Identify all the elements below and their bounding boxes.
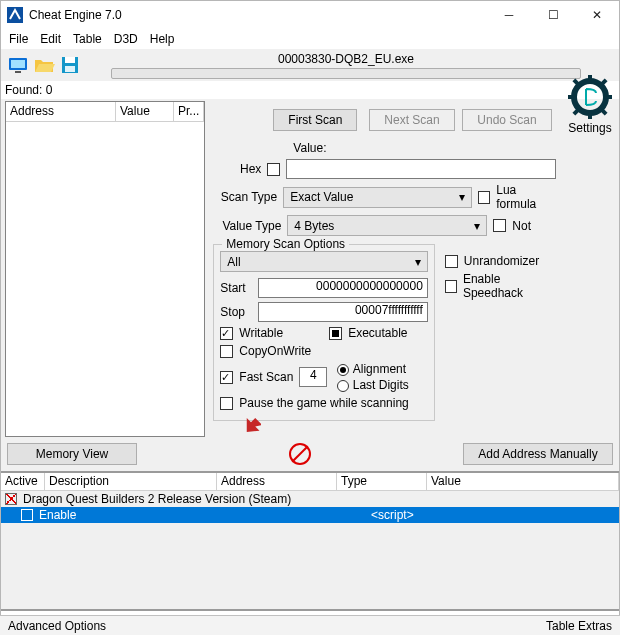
svg-rect-8 — [588, 75, 592, 83]
row-type: <script> — [371, 508, 414, 522]
app-icon — [7, 7, 23, 23]
last-digits-label: Last Digits — [353, 378, 409, 392]
window-controls: ─ ☐ ✕ — [487, 1, 619, 29]
found-count: Found: 0 — [1, 81, 619, 99]
menubar: File Edit Table D3D Help — [1, 29, 619, 49]
scan-controls: First Scan Next Scan Undo Scan Value: He… — [205, 99, 619, 439]
maximize-button[interactable]: ☐ — [531, 1, 575, 29]
pause-checkbox[interactable] — [220, 397, 233, 410]
unrandomizer-checkbox[interactable] — [445, 255, 458, 268]
scan-type-label: Scan Type — [213, 190, 277, 204]
titlebar: Cheat Engine 7.0 ─ ☐ ✕ — [1, 1, 619, 29]
select-process-icon[interactable] — [7, 54, 29, 76]
svg-marker-16 — [241, 415, 261, 435]
col-address[interactable]: Address — [217, 473, 337, 490]
svg-rect-3 — [15, 71, 21, 73]
lua-formula-checkbox[interactable] — [478, 191, 490, 204]
copyonwrite-checkbox[interactable] — [220, 345, 233, 358]
table-row[interactable]: Enable <script> — [1, 507, 619, 523]
close-button[interactable]: ✕ — [575, 1, 619, 29]
start-label: Start — [220, 281, 252, 295]
memory-view-button[interactable]: Memory View — [7, 443, 137, 465]
menu-help[interactable]: Help — [150, 32, 175, 46]
value-type-combo[interactable]: 4 Bytes ▾ — [287, 215, 487, 236]
col-type[interactable]: Type — [337, 473, 427, 490]
stop-label: Stop — [220, 305, 252, 319]
value-type-label: Value Type — [213, 219, 281, 233]
process-name: 00003830-DQB2_EU.exe — [111, 52, 581, 66]
scan-type-value: Exact Value — [290, 190, 353, 204]
window-title: Cheat Engine 7.0 — [29, 8, 487, 22]
start-input[interactable]: 0000000000000000 — [258, 278, 427, 298]
executable-label: Executable — [348, 326, 407, 340]
menu-d3d[interactable]: D3D — [114, 32, 138, 46]
not-label: Not — [512, 219, 531, 233]
col-active[interactable]: Active — [1, 473, 45, 490]
svg-rect-2 — [11, 60, 25, 68]
no-icon[interactable] — [289, 443, 311, 465]
results-col-previous[interactable]: Pr... — [174, 102, 204, 121]
executable-checkbox[interactable] — [329, 327, 342, 340]
toolbar: 00003830-DQB2_EU.exe — [1, 49, 619, 81]
last-digits-radio[interactable] — [337, 380, 349, 392]
save-icon[interactable] — [59, 54, 81, 76]
pause-label: Pause the game while scanning — [239, 396, 408, 410]
active-checkbox[interactable] — [5, 493, 17, 505]
row-description: Dragon Quest Builders 2 Release Version … — [23, 492, 291, 506]
fast-scan-label: Fast Scan — [239, 370, 293, 384]
not-checkbox[interactable] — [493, 219, 506, 232]
value-type-value: 4 Bytes — [294, 219, 334, 233]
chevron-down-icon: ▾ — [459, 190, 465, 204]
fast-scan-value[interactable]: 4 — [299, 367, 327, 387]
row-description: Enable — [39, 508, 239, 522]
cheat-table[interactable]: Active Description Address Type Value Dr… — [1, 471, 619, 611]
add-to-list-arrow-icon[interactable] — [241, 415, 261, 438]
memory-scan-group: Memory Scan Options All ▾ Start 00000000… — [213, 244, 434, 421]
fast-scan-checkbox[interactable] — [220, 371, 233, 384]
menu-table[interactable]: Table — [73, 32, 102, 46]
statusbar: Advanced Options Table Extras — [0, 615, 620, 635]
hex-label: Hex — [213, 162, 261, 176]
minimize-button[interactable]: ─ — [487, 1, 531, 29]
chevron-down-icon: ▾ — [415, 255, 421, 269]
memory-scan-legend: Memory Scan Options — [222, 237, 349, 251]
add-address-manually-button[interactable]: Add Address Manually — [463, 443, 613, 465]
table-row[interactable]: Dragon Quest Builders 2 Release Version … — [1, 491, 619, 507]
col-description[interactable]: Description — [45, 473, 217, 490]
results-col-value[interactable]: Value — [116, 102, 174, 121]
menu-file[interactable]: File — [9, 32, 28, 46]
next-scan-button: Next Scan — [369, 109, 454, 131]
first-scan-button[interactable]: First Scan — [273, 109, 357, 131]
speedhack-checkbox[interactable] — [445, 280, 457, 293]
alignment-label: Alignment — [353, 362, 406, 376]
mid-button-row: Memory View Add Address Manually — [1, 439, 619, 469]
col-value[interactable]: Value — [427, 473, 619, 490]
results-header: Address Value Pr... — [6, 102, 204, 122]
cheat-table-header: Active Description Address Type Value — [1, 473, 619, 491]
scan-type-combo[interactable]: Exact Value ▾ — [283, 187, 472, 208]
value-label: Value: — [293, 141, 326, 155]
table-extras-button[interactable]: Table Extras — [546, 619, 612, 633]
memory-region-value: All — [227, 255, 240, 269]
speedhack-label: Enable Speedhack — [463, 272, 556, 300]
chevron-down-icon: ▾ — [474, 219, 480, 233]
svg-rect-5 — [65, 57, 75, 63]
results-list[interactable]: Address Value Pr... — [5, 101, 205, 437]
alignment-radio[interactable] — [337, 364, 349, 376]
value-input[interactable] — [286, 159, 555, 179]
open-file-icon[interactable] — [33, 54, 55, 76]
undo-scan-button: Undo Scan — [462, 109, 551, 131]
copyonwrite-label: CopyOnWrite — [239, 344, 311, 358]
hex-checkbox[interactable] — [267, 163, 280, 176]
menu-edit[interactable]: Edit — [40, 32, 61, 46]
active-checkbox[interactable] — [21, 509, 33, 521]
lua-formula-label: Lua formula — [496, 183, 556, 211]
svg-rect-6 — [65, 66, 75, 72]
results-col-address[interactable]: Address — [6, 102, 116, 121]
scan-area: Address Value Pr... First Scan Next Scan… — [1, 99, 619, 439]
advanced-options-button[interactable]: Advanced Options — [8, 619, 106, 633]
scan-progress — [111, 68, 581, 79]
memory-region-combo[interactable]: All ▾ — [220, 251, 427, 272]
stop-input[interactable]: 00007fffffffffff — [258, 302, 427, 322]
writable-checkbox[interactable] — [220, 327, 233, 340]
